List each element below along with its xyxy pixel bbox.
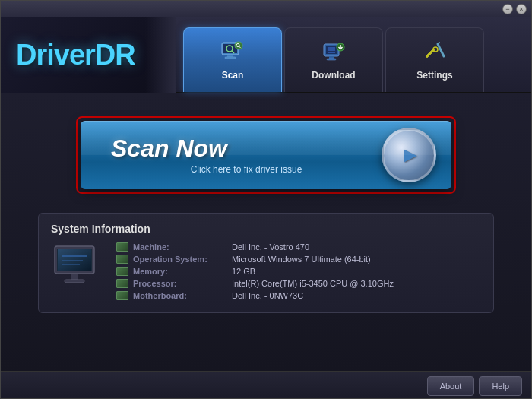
processor-label: Processor: <box>133 279 232 288</box>
footer: About Help <box>1 371 531 399</box>
scan-tab-icon <box>217 40 248 67</box>
table-row: Machine: Dell Inc. - Vostro 470 <box>116 242 481 252</box>
app-logo: DriverDR <box>16 39 135 71</box>
system-info-panel: System Information <box>38 213 494 313</box>
motherboard-label: Motherboard: <box>133 291 232 300</box>
memory-value: 12 GB <box>232 267 255 276</box>
svg-rect-4 <box>227 55 233 57</box>
processor-icon <box>116 279 128 288</box>
svg-line-20 <box>438 43 439 44</box>
svg-line-19 <box>438 44 444 56</box>
download-tab-icon <box>318 40 349 67</box>
table-row: Motherboard: Dell Inc. - 0NW73C <box>116 291 481 300</box>
svg-rect-27 <box>71 274 78 280</box>
tab-settings[interactable]: Settings <box>385 27 484 92</box>
tab-scan-label: Scan <box>222 70 244 81</box>
main-window: − × DriverDR <box>0 0 532 399</box>
close-button[interactable]: × <box>516 4 527 14</box>
system-info-table: Machine: Dell Inc. - Vostro 470 Operatio… <box>116 242 481 303</box>
settings-tab-icon <box>420 40 450 67</box>
header: DriverDR <box>1 17 531 93</box>
logo-area: DriverDR <box>1 17 176 93</box>
svg-rect-28 <box>65 280 84 283</box>
computer-icon <box>51 242 104 292</box>
svg-rect-16 <box>329 56 334 59</box>
titlebar: − × <box>1 1 531 17</box>
table-row: Processor: Intel(R) Core(TM) i5-3450 CPU… <box>116 279 481 288</box>
system-info-title: System Information <box>51 223 481 235</box>
scan-now-button[interactable]: Scan Now Click here to fix driver issue … <box>81 121 451 189</box>
os-icon <box>116 255 128 264</box>
table-row: Memory: 12 GB <box>116 267 481 276</box>
svg-rect-5 <box>225 57 236 59</box>
machine-label: Machine: <box>133 242 232 252</box>
tab-download[interactable]: Download <box>284 27 383 92</box>
about-button[interactable]: About <box>427 376 475 396</box>
tab-scan[interactable]: Scan <box>183 27 282 92</box>
help-button[interactable]: Help <box>479 376 522 396</box>
table-row: Operation System: Microsoft Windows 7 Ul… <box>116 255 481 264</box>
scan-btn-title: Scan Now <box>111 135 382 162</box>
main-content: Scan Now Click here to fix driver issue … <box>1 93 531 371</box>
about-label: About <box>440 382 462 391</box>
memory-icon <box>116 267 128 276</box>
os-label: Operation System: <box>133 255 232 264</box>
svg-point-6 <box>235 42 242 49</box>
nav-tabs: Scan <box>183 17 486 92</box>
processor-value: Intel(R) Core(TM) i5-3450 CPU @ 3.10GHz <box>232 279 394 288</box>
os-value: Microsoft Windows 7 Ultimate (64-bit) <box>232 255 371 264</box>
memory-label: Memory: <box>133 267 232 276</box>
scan-btn-text: Scan Now Click here to fix driver issue <box>111 135 382 174</box>
machine-icon <box>116 242 128 252</box>
motherboard-value: Dell Inc. - 0NW73C <box>232 291 303 300</box>
motherboard-icon <box>116 291 128 300</box>
arrow-right-icon: ► <box>400 143 421 167</box>
help-label: Help <box>492 382 509 391</box>
system-info-body: Machine: Dell Inc. - Vostro 470 Operatio… <box>51 242 481 303</box>
svg-rect-23 <box>58 249 91 271</box>
tab-download-label: Download <box>312 70 355 81</box>
scan-btn-subtitle: Click here to fix driver issue <box>111 164 382 175</box>
scan-now-wrapper[interactable]: Scan Now Click here to fix driver issue … <box>76 116 456 194</box>
svg-rect-17 <box>327 59 336 60</box>
machine-value: Dell Inc. - Vostro 470 <box>232 242 309 252</box>
scan-btn-arrow: ► <box>382 128 436 182</box>
minimize-button[interactable]: − <box>502 4 513 14</box>
tab-settings-label: Settings <box>416 70 452 81</box>
